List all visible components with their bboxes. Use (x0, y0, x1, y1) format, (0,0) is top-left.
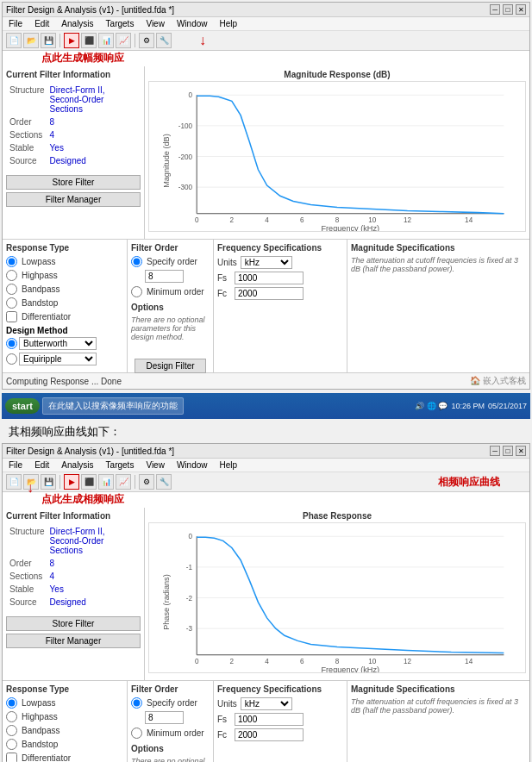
tb-btn4-b[interactable]: 📈 (116, 474, 131, 490)
fir-radio[interactable] (6, 353, 17, 365)
lowpass-radio-b[interactable] (6, 697, 17, 709)
bandstop-radio-b[interactable] (6, 739, 17, 750)
design-method-select2[interactable]: Equiripple (19, 353, 97, 365)
xtick-8-p: 8 (335, 658, 340, 665)
xtick-0-p: 0 (195, 658, 199, 665)
xtick-8: 8 (335, 216, 340, 224)
filter-manager-button[interactable]: Filter Manager (6, 192, 141, 207)
menu-file-b[interactable]: File (6, 459, 25, 471)
taskbar-start-button[interactable]: start (5, 398, 40, 414)
order-input[interactable] (145, 270, 184, 283)
menu-targets-b[interactable]: Targets (103, 459, 137, 471)
specify-order-radio-b[interactable] (131, 697, 142, 709)
tb-btn4[interactable]: 📈 (116, 33, 131, 48)
menu-view-b[interactable]: View (143, 459, 167, 471)
store-filter-button-b[interactable]: Store Filter (6, 616, 141, 631)
filter-info-table: Structure Direct-Form II, Second-Order S… (6, 83, 141, 168)
phase-curve (197, 537, 504, 653)
bandpass-radio[interactable] (6, 284, 17, 295)
tb-btn1-b[interactable]: ▶ (64, 474, 79, 490)
highpass-radio-b[interactable] (6, 711, 17, 722)
minimize-button[interactable]: ─ (490, 4, 500, 15)
taskbar-time: 10:26 PM (451, 402, 485, 410)
taskbar-item[interactable]: 在此键入以搜索像频率响应的功能 (42, 397, 184, 415)
xtick-14: 14 (465, 216, 473, 224)
source-value: Designed (48, 155, 139, 166)
lowpass-radio[interactable] (6, 256, 17, 267)
new-btn[interactable]: 📄 (6, 33, 22, 48)
specify-order-label-b: Specify order (147, 698, 197, 708)
menu-edit[interactable]: Edit (32, 18, 52, 29)
tb-sep2-b (135, 475, 135, 489)
status-text-top: Computing Response ... Done (6, 377, 122, 386)
fs-input-b[interactable] (235, 713, 304, 726)
bandpass-row: Bandpass (6, 284, 123, 295)
ytick-3-p: -3 (186, 625, 193, 633)
minimum-order-label: Minimum order (147, 287, 204, 297)
store-filter-button[interactable]: Store Filter (6, 175, 141, 190)
bandpass-radio-b[interactable] (6, 725, 17, 736)
minimize-button-b[interactable]: ─ (490, 446, 500, 456)
restore-button[interactable]: □ (503, 4, 513, 15)
fc-input-b[interactable] (235, 728, 304, 741)
order-input-b[interactable] (145, 711, 184, 724)
tb-btn3[interactable]: 📊 (98, 33, 114, 48)
menu-analysis-b[interactable]: Analysis (59, 459, 96, 471)
order-label-b: Order (8, 558, 47, 569)
right-panel-phase: Phase Response Phase (radians) (145, 508, 529, 680)
menu-targets[interactable]: Targets (103, 18, 137, 29)
xtick-10: 10 (368, 216, 377, 224)
fir-row: Equiripple (6, 353, 123, 365)
menu-help[interactable]: Help (216, 18, 240, 29)
ytick-0-p: 0 (189, 533, 193, 540)
restore-button-b[interactable]: □ (503, 446, 513, 456)
menu-window-b[interactable]: Window (174, 459, 210, 471)
menu-window[interactable]: Window (174, 18, 210, 29)
differentiator-checkbox[interactable] (6, 311, 17, 322)
design-method-select[interactable]: Butterworth Chebyshev (19, 337, 97, 350)
menu-edit-b[interactable]: Edit (32, 459, 52, 471)
tb-btn5[interactable]: ⚙ (139, 33, 154, 48)
toolbar-top: 📄 📂 💾 ▶ ⬛ 📊 📈 ⚙ 🔧 ↓ (3, 31, 529, 51)
units-select[interactable]: kHz Hz (241, 256, 292, 269)
minimum-order-radio-b[interactable] (131, 728, 142, 739)
fc-input[interactable] (235, 287, 304, 300)
options-text-b: There are no optional parameters for thi… (131, 757, 210, 762)
menu-analysis[interactable]: Analysis (59, 18, 96, 29)
specify-order-radio[interactable] (131, 256, 142, 267)
filter-manager-button-b[interactable]: Filter Manager (6, 634, 141, 648)
menu-file[interactable]: File (6, 18, 25, 29)
highpass-radio[interactable] (6, 270, 17, 281)
close-button-b[interactable]: ✕ (516, 446, 526, 456)
tb-btn1[interactable]: ▶ (64, 33, 79, 48)
differentiator-checkbox-b[interactable] (6, 753, 17, 762)
fs-input[interactable] (235, 272, 304, 284)
save-btn[interactable]: 💾 (41, 33, 56, 48)
x-axis-label: Frequency (kHz) (321, 224, 379, 231)
tb-btn2[interactable]: ⬛ (81, 33, 97, 48)
menu-view[interactable]: View (143, 18, 167, 29)
structure-label-b: Structure (8, 526, 47, 556)
close-button[interactable]: ✕ (516, 4, 526, 15)
annotation-label-top: 点此生成幅频响应 (41, 51, 124, 66)
titlebar-bottom: Filter Design & Analysis (v1) - [untitle… (3, 444, 529, 459)
tb-btn3-b[interactable]: 📊 (98, 474, 114, 490)
bandstop-radio[interactable] (6, 297, 17, 309)
iir-radio[interactable] (6, 338, 17, 349)
minimum-order-row-b: Minimum order (131, 728, 210, 739)
new-btn-b[interactable]: 📄 (6, 474, 22, 490)
source-label-b: Source (8, 596, 47, 608)
save-btn-b[interactable]: 💾 (41, 474, 56, 490)
tb-btn5-b[interactable]: ⚙ (139, 474, 154, 490)
design-filter-button[interactable]: Design Filter (135, 359, 205, 373)
tb-btn2-b[interactable]: ⬛ (81, 474, 97, 490)
mag-spec-text-b: The attenuation at cutoff frequencies is… (351, 697, 526, 715)
units-select-b[interactable]: kHz Hz (241, 697, 292, 710)
window-title-bottom: Filter Design & Analysis (v1) - [untitle… (6, 447, 174, 456)
tb-btn6[interactable]: 🔧 (156, 33, 172, 48)
menu-help-b[interactable]: Help (216, 459, 240, 471)
minimum-order-radio[interactable] (131, 286, 142, 297)
window-title: Filter Design & Analysis (v1) - [untitle… (6, 5, 174, 15)
tb-btn6-b[interactable]: 🔧 (156, 474, 172, 490)
open-btn[interactable]: 📂 (23, 33, 39, 48)
